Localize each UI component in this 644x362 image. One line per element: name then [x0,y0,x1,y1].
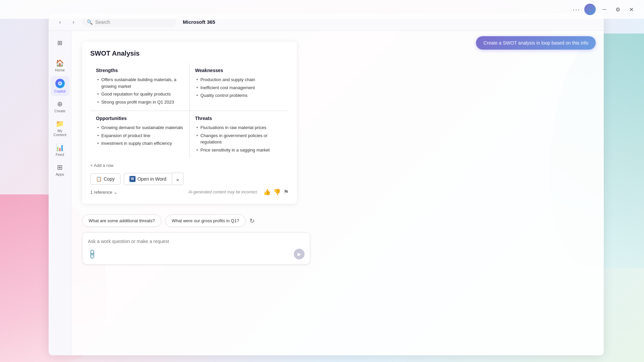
sidebar-item-my-content[interactable]: 📁 My Content [51,117,69,139]
strengths-heading: Strengths [96,68,184,73]
sidebar-my-content-label: My Content [52,129,68,137]
feedback-right: AI-generated content may be incorrect. 👍… [189,188,289,196]
weaknesses-cell: Weaknesses Production and supply chain I… [190,63,289,111]
top-bar: ··· ─ ⚙ ✕ [0,0,644,19]
user-avatar[interactable] [584,4,596,15]
top-bar-actions: ··· ─ ⚙ ✕ [573,4,636,15]
list-item: Investment in supply chain efficiency [96,139,184,147]
main-window: ‹ › 🔍 Search Microsoft 365 ⊞ 🏠 Home [49,13,604,355]
create-icon: ⊕ [57,100,63,108]
apps-grid-icon[interactable]: ⊞ [53,36,67,50]
opportunities-cell: Opportunities Growing demand for sustain… [91,111,190,159]
sidebar-item-create[interactable]: ⊕ Create [51,97,69,116]
avatar-image [584,4,596,15]
send-arrow-icon: ▶ [298,251,301,257]
thumbs-down-icon[interactable]: 👎 [273,188,281,196]
input-row-bottom: 🔗 ▶ [88,249,305,259]
sidebar-item-feed[interactable]: 📊 Feed [51,141,69,159]
threats-cell: Threats Fluctuations in raw material pri… [190,111,289,159]
refresh-icon[interactable]: ↻ [250,217,255,225]
suggestions-row: What are some additional threats? What w… [82,215,593,227]
word-icon: W [129,176,136,182]
list-item: Offers sustainable building materials, a… [96,76,184,90]
content-area: ⊞ 🏠 Home [49,31,604,355]
opportunities-list: Growing demand for sustainable materials… [96,124,184,147]
add-row-button[interactable]: + Add a row [90,163,289,168]
minimize-button[interactable]: ─ [600,5,609,14]
search-icon: 🔍 [87,19,93,25]
send-button[interactable]: ▶ [294,249,305,259]
open-word-button[interactable]: W Open in Word [124,173,172,185]
more-options-icon[interactable]: ··· [573,6,580,13]
swot-card-title: SWOT Analysis [90,50,289,57]
sidebar-create-label: Create [54,109,65,113]
strengths-list: Offers sustainable building materials, a… [96,76,184,106]
weaknesses-list: Production and supply chain Inefficient … [195,76,283,100]
open-word-label: Open in Word [138,176,166,182]
list-item: Fluctuations in raw material prices [195,124,283,132]
app-title: Microsoft 365 [183,19,215,25]
sidebar-copilot-label: Copilot [54,89,65,93]
settings-button[interactable]: ⚙ [613,5,623,14]
list-item: Strong gross profit margin in Q1 2023 [96,98,184,106]
weaknesses-heading: Weaknesses [195,68,283,73]
list-item: Changes in government policies or regula… [195,132,283,146]
open-word-group: W Open in Word ⌄ [124,173,183,185]
sidebar: ⊞ 🏠 Home [49,31,71,355]
chevron-down-icon: ⌄ [114,190,117,195]
feedback-icons: 👍 👎 ⚑ [263,188,289,196]
apps-icon: ⊞ [57,163,63,171]
copilot-icon [55,79,65,88]
strengths-cell: Strengths Offers sustainable building ma… [91,63,190,111]
my-content-icon: 📁 [56,120,64,128]
sidebar-item-copilot[interactable]: Copilot [51,76,69,96]
copy-icon: 📋 [96,176,102,182]
sidebar-feed-label: Feed [56,153,64,157]
reference-label: 1 reference [90,190,112,195]
sidebar-apps-label: Apps [56,172,64,176]
copy-button[interactable]: 📋 Copy [90,173,120,185]
list-item: Expansion of product line [96,132,184,140]
copy-label: Copy [104,176,115,182]
close-button[interactable]: ✕ [627,5,636,14]
input-area: 🔗 ▶ [82,232,310,264]
create-swot-button[interactable]: Create a SWOT analysis in loop based on … [476,36,596,50]
list-item: Quality control problems [195,92,283,100]
open-word-dropdown[interactable]: ⌄ [172,173,183,185]
action-bar: 📋 Copy W Open in Word ⌄ [90,173,289,185]
search-placeholder: Search [95,19,110,25]
sidebar-home-label: Home [55,68,65,72]
list-item: Good reputation for quality products [96,90,184,98]
threats-list: Fluctuations in raw material prices Chan… [195,124,283,154]
list-item: Growing demand for sustainable materials [96,124,184,132]
list-item: Production and supply chain [195,76,283,84]
suggestion-chip-1[interactable]: What are some additional threats? [82,215,161,227]
reference-toggle[interactable]: 1 reference ⌄ [90,190,117,195]
ai-disclaimer: AI-generated content may be incorrect. [189,190,258,194]
main-panel: Create a SWOT analysis in loop based on … [71,31,604,355]
sidebar-item-home[interactable]: 🏠 Home [51,56,69,75]
opportunities-heading: Opportunities [96,116,184,121]
swot-card: SWOT Analysis Strengths Offers sustainab… [82,42,297,204]
home-icon: 🏠 [56,59,64,67]
chat-input[interactable] [88,237,305,245]
attach-icon[interactable]: 🔗 [86,248,98,260]
list-item: Price sensitivity in a sagging market [195,146,283,154]
sidebar-item-apps[interactable]: ⊞ Apps [51,161,69,179]
swot-table: Strengths Offers sustainable building ma… [90,63,289,159]
suggestion-chip-2[interactable]: What were our gross profits in Q1? [165,215,246,227]
thumbs-up-icon[interactable]: 👍 [263,188,271,196]
feedback-row: 1 reference ⌄ AI-generated content may b… [90,188,289,196]
list-item: Inefficient cost management [195,84,283,92]
threats-heading: Threats [195,116,283,121]
feed-icon: 📊 [56,143,64,152]
flag-icon[interactable]: ⚑ [283,188,289,196]
